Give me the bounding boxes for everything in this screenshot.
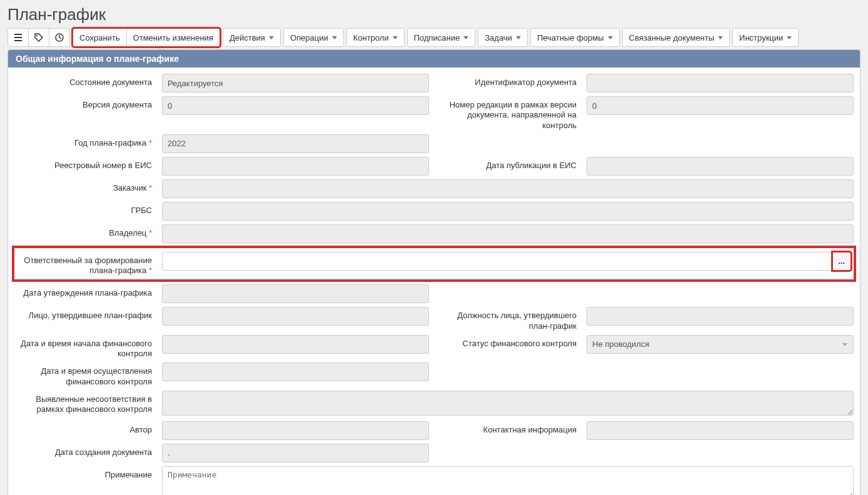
- section-header: Общая информация о плане-графике: [8, 50, 860, 68]
- caret-icon: [718, 36, 723, 39]
- clock-icon: [55, 33, 64, 42]
- caret-icon: [332, 36, 337, 39]
- mismatches-field: [162, 391, 854, 416]
- responsible-label: Ответственный за формирование плана-граф…: [14, 252, 152, 276]
- doc-state-label: Состояние документа: [14, 74, 152, 88]
- mismatches-label: Выявленные несоответствия в рамках финан…: [14, 391, 152, 415]
- save-cancel-group: Сохранить Отменить изменения: [73, 28, 220, 47]
- actions-group: Действия: [223, 28, 281, 47]
- doc-version-field: [162, 96, 429, 115]
- doc-state-field: [162, 74, 429, 92]
- author-field: [162, 421, 429, 440]
- control-start-label: Дата и время начала финансового контроля: [14, 335, 152, 359]
- approver-field: [162, 307, 429, 326]
- related-docs-group: Связанные документы: [622, 28, 730, 47]
- operations-dropdown[interactable]: Операции: [284, 29, 343, 46]
- actions-dropdown[interactable]: Действия: [223, 29, 280, 46]
- author-label: Автор: [14, 421, 152, 435]
- operations-group: Операции: [283, 28, 344, 47]
- owner-field[interactable]: [162, 224, 854, 243]
- signing-dropdown[interactable]: Подписание: [408, 29, 475, 46]
- caret-icon: [516, 36, 521, 39]
- responsible-row-highlight: Ответственный за формирование плана-граф…: [12, 246, 856, 282]
- chevron-down-icon: [842, 343, 847, 346]
- control-status-field[interactable]: [587, 335, 854, 354]
- history-button[interactable]: [49, 29, 69, 46]
- signing-group: Подписание: [407, 28, 476, 47]
- create-date-label: Дата создания документа: [14, 444, 152, 458]
- grbs-field: [162, 202, 854, 221]
- tasks-label: Задачи: [485, 33, 512, 42]
- caret-icon: [269, 36, 274, 39]
- contact-label: Контактная информация: [439, 421, 577, 435]
- responsible-lookup-button[interactable]: ...: [832, 252, 851, 271]
- caret-icon: [787, 36, 792, 39]
- control-status-label: Статус финансового контроля: [439, 335, 577, 349]
- instructions-group: Инструкции: [732, 28, 799, 47]
- toolbar: Сохранить Отменить изменения Действия Оп…: [8, 28, 860, 47]
- print-forms-group: Печатные формы: [530, 28, 620, 47]
- svg-point-0: [36, 35, 38, 36]
- print-forms-label: Печатные формы: [537, 33, 604, 42]
- related-docs-dropdown[interactable]: Связанные документы: [623, 29, 730, 46]
- pub-date-label: Дата публикации в ЕИС: [439, 157, 577, 171]
- owner-label: Владелец: [14, 224, 152, 238]
- doc-version-label: Версия документа: [14, 96, 152, 110]
- controls-dropdown[interactable]: Контроли: [347, 29, 404, 46]
- grbs-label: ГРБС: [14, 202, 152, 216]
- section-general-info: Общая информация о плане-графике Состоян…: [8, 49, 860, 495]
- toolbar-group-icons: [8, 28, 70, 47]
- instructions-dropdown[interactable]: Инструкции: [733, 29, 798, 46]
- operations-label: Операции: [290, 33, 328, 42]
- caret-icon: [393, 36, 398, 39]
- controls-label: Контроли: [353, 33, 389, 42]
- control-exec-field: [162, 362, 429, 381]
- page-title: План-график: [8, 5, 860, 24]
- doc-id-label: Идентификатор документа: [439, 74, 577, 88]
- customer-field[interactable]: [162, 179, 854, 198]
- tasks-dropdown[interactable]: Задачи: [478, 29, 527, 46]
- caret-icon: [608, 36, 613, 39]
- signing-label: Подписание: [414, 33, 460, 42]
- approver-position-field: [587, 307, 854, 326]
- control-exec-label: Дата и время осуществления финансового к…: [14, 362, 152, 387]
- approver-label: Лицо, утвердившее план-график: [14, 307, 152, 321]
- approver-position-label: Должность лица, утвердившего план-график: [439, 307, 577, 331]
- create-date-field: [162, 444, 429, 462]
- related-docs-label: Связанные документы: [629, 33, 715, 42]
- plan-year-field[interactable]: [162, 134, 429, 153]
- registry-number-field: [162, 157, 429, 176]
- instructions-label: Инструкции: [739, 33, 783, 42]
- controls-group: Контроли: [346, 28, 405, 47]
- note-label: Примечание: [14, 466, 152, 480]
- control-start-field: [162, 335, 429, 354]
- pub-date-field: [587, 157, 854, 176]
- customer-label: Заказчик: [14, 179, 152, 193]
- doc-id-field: [587, 74, 854, 92]
- tag-icon: [34, 33, 43, 42]
- menu-icon: [14, 33, 23, 42]
- contact-field: [587, 421, 854, 440]
- approval-date-label: Дата утверждения плана-графика: [14, 284, 152, 298]
- menu-button[interactable]: [8, 29, 29, 46]
- caret-icon: [463, 36, 468, 39]
- registry-number-label: Реестровый номер в ЕИС: [14, 157, 152, 171]
- actions-label: Действия: [230, 33, 265, 42]
- note-field[interactable]: [162, 466, 854, 495]
- edition-number-label: Номер редакции в рамках версии документа…: [439, 96, 577, 131]
- approval-date-field: [162, 284, 429, 303]
- tasks-group: Задачи: [478, 28, 528, 47]
- section-body: Состояние документа Идентификатор докуме…: [8, 68, 860, 495]
- plan-year-label: Год плана-графика: [14, 134, 152, 148]
- tag-button[interactable]: [29, 29, 49, 46]
- save-button[interactable]: Сохранить: [73, 29, 127, 46]
- print-forms-dropdown[interactable]: Печатные формы: [531, 29, 619, 46]
- edition-number-field: [587, 96, 854, 115]
- cancel-button[interactable]: Отменить изменения: [127, 29, 220, 46]
- responsible-field[interactable]: [162, 252, 832, 271]
